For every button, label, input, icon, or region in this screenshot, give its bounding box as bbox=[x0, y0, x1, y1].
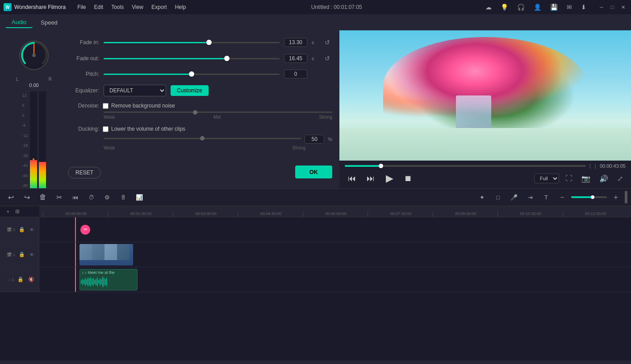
ruler-2: 00:03:00:00 bbox=[173, 211, 238, 217]
headset-icon[interactable]: 🎧 bbox=[515, 3, 527, 12]
audio-clip[interactable]: ♪ ♪ Meet me at the bbox=[79, 269, 138, 290]
play-controls: ⏮ ⏭ ▶ ⏹ bbox=[345, 171, 415, 186]
fit-button[interactable]: ⤢ bbox=[614, 174, 626, 184]
table-row: 🎬 2 🔒 👁 ✂ bbox=[0, 217, 631, 242]
fade-in-reset[interactable]: ↺ bbox=[322, 37, 332, 47]
titlebar-menu: File Edit Tools View Export Help bbox=[74, 3, 189, 11]
add-track-button[interactable]: + bbox=[4, 207, 13, 216]
mic-button[interactable]: 🎤 bbox=[507, 190, 521, 204]
save-icon[interactable]: 💾 bbox=[548, 3, 560, 12]
window-controls: ─ □ ✕ bbox=[597, 3, 627, 12]
pitch-slider[interactable] bbox=[104, 70, 280, 79]
denoise-checkbox-label[interactable]: Remove background noise bbox=[103, 103, 175, 109]
mixer-button[interactable]: 🎚 bbox=[116, 190, 130, 204]
fade-in-input[interactable] bbox=[284, 38, 307, 47]
mail-icon[interactable]: ✉ bbox=[565, 3, 574, 12]
denoise-checkbox[interactable] bbox=[103, 103, 109, 109]
cut-button[interactable]: ✂ bbox=[52, 190, 66, 204]
main-content: L R 0.00 12 6 0 -6 -12 -18 -30 -42 -60 -… bbox=[0, 30, 631, 188]
progress-thumb[interactable] bbox=[379, 164, 383, 168]
track-lock-a1[interactable]: 🔒 bbox=[17, 276, 25, 283]
step-back-button[interactable]: ⏭ bbox=[364, 171, 378, 186]
ducking-value-input[interactable] bbox=[305, 135, 324, 144]
track-button[interactable]: ⇥ bbox=[523, 190, 537, 204]
progress-track[interactable] bbox=[345, 165, 586, 167]
window-title: Untitled : 00:01:07:05 bbox=[311, 4, 362, 10]
timeline-scrollbar[interactable] bbox=[0, 360, 631, 364]
timeline-tracks: 🎬 2 🔒 👁 ✂ 🎬 1 🔒 👁 bbox=[0, 217, 631, 360]
timeline-ruler-row: + ⊞ 00:00:00:00 00:01:30:00 00:03:00:00 … bbox=[0, 206, 631, 217]
controls-row: ⏮ ⏭ ▶ ⏹ Full ⛶ 📷 🔊 ⤢ bbox=[345, 171, 626, 186]
fade-out-input[interactable] bbox=[284, 54, 307, 63]
bulb-icon[interactable]: 💡 bbox=[499, 3, 510, 12]
track-content-v2[interactable]: ✂ bbox=[39, 217, 631, 242]
menu-view[interactable]: View bbox=[128, 3, 147, 11]
volume-button[interactable]: 🔊 bbox=[597, 174, 611, 184]
fullscreen-button[interactable]: ⛶ bbox=[563, 174, 575, 183]
cloud-icon[interactable]: ☁ bbox=[484, 3, 493, 12]
fade-in-slider[interactable] bbox=[104, 38, 280, 47]
user-icon[interactable]: 👤 bbox=[532, 3, 543, 12]
noise-slider-track[interactable] bbox=[104, 112, 332, 113]
fade-out-slider[interactable] bbox=[104, 54, 280, 63]
skip-back-button[interactable]: ⏮ bbox=[345, 171, 359, 186]
maximize-button[interactable]: □ bbox=[608, 3, 617, 12]
redo-button[interactable]: ↪ bbox=[20, 190, 34, 204]
track-num-v2: 🎬 2 bbox=[7, 228, 15, 232]
track-mute-a1[interactable]: 🔇 bbox=[27, 276, 35, 283]
ducking-checkbox[interactable] bbox=[103, 126, 109, 132]
zoom-select[interactable]: Full bbox=[534, 174, 559, 183]
close-button[interactable]: ✕ bbox=[618, 3, 627, 12]
undo-button[interactable]: ↩ bbox=[4, 190, 18, 204]
view-controls: Full ⛶ 📷 🔊 ⤢ bbox=[534, 174, 626, 184]
svg-point-2 bbox=[32, 54, 36, 57]
denoise-checkbox-text: Remove background noise bbox=[111, 103, 175, 109]
stop-button[interactable]: ⏹ bbox=[401, 171, 415, 186]
panel-resize[interactable] bbox=[625, 191, 627, 203]
video-preview bbox=[339, 30, 631, 161]
track-visible-v1[interactable]: 👁 bbox=[29, 252, 35, 258]
track-content-v1[interactable] bbox=[39, 242, 631, 267]
play-button[interactable]: ▶ bbox=[382, 171, 397, 186]
timer-button[interactable]: ⏱ bbox=[84, 190, 98, 204]
zoom-out-button[interactable]: － bbox=[555, 190, 569, 204]
menu-tools[interactable]: Tools bbox=[108, 3, 127, 11]
ok-button[interactable]: OK bbox=[295, 165, 333, 178]
ducking-checkbox-label[interactable]: Lower the volume of other clips bbox=[103, 126, 185, 132]
tab-speed[interactable]: Speed bbox=[34, 17, 64, 28]
minimize-button[interactable]: ─ bbox=[597, 3, 606, 12]
mask-button[interactable]: □ bbox=[491, 190, 505, 204]
zoom-slider[interactable] bbox=[571, 196, 607, 198]
equalizer-label: Equalizer: bbox=[68, 87, 99, 94]
download-icon[interactable]: ⬇ bbox=[579, 3, 588, 12]
menu-file[interactable]: File bbox=[74, 3, 89, 11]
pitch-row: Pitch: bbox=[68, 70, 332, 79]
track-content-a1[interactable]: ♪ ♪ Meet me at the bbox=[39, 267, 631, 292]
track-visible-v2[interactable]: 👁 bbox=[29, 227, 35, 233]
equalizer-select[interactable]: DEFAULT bbox=[104, 85, 166, 96]
customize-button[interactable]: Customize bbox=[171, 85, 209, 96]
total-time-display: 00:00:43:05 bbox=[600, 163, 626, 169]
track-lock-v1[interactable]: 🔒 bbox=[18, 251, 26, 258]
menu-help[interactable]: Help bbox=[171, 3, 190, 11]
pitch-input[interactable] bbox=[284, 70, 307, 79]
snapshot-button[interactable]: 📷 bbox=[579, 174, 593, 184]
menu-export[interactable]: Export bbox=[148, 3, 171, 11]
fade-out-reset[interactable]: ↺ bbox=[322, 54, 332, 63]
ducking-slider[interactable] bbox=[104, 138, 301, 139]
clip-start-button[interactable]: ⏮ bbox=[68, 190, 82, 204]
effects-button[interactable]: ✦ bbox=[475, 190, 489, 204]
fade-in-row: Fade in: s ↺ bbox=[68, 37, 332, 47]
fade-out-row: Fade out: s ↺ bbox=[68, 54, 332, 63]
settings-button[interactable]: ⚙ bbox=[100, 190, 114, 204]
menu-edit[interactable]: Edit bbox=[91, 3, 107, 11]
video-clip[interactable] bbox=[79, 244, 133, 265]
track-lock-v2[interactable]: 🔒 bbox=[18, 226, 26, 233]
tab-audio[interactable]: Audio bbox=[5, 17, 33, 28]
zoom-in-button[interactable]: ＋ bbox=[609, 190, 623, 204]
caption-button[interactable]: T bbox=[539, 190, 553, 204]
chart-button[interactable]: 📊 bbox=[132, 190, 146, 204]
volume-dial[interactable] bbox=[16, 37, 52, 73]
delete-button[interactable]: 🗑 bbox=[36, 190, 50, 204]
reset-button[interactable]: RESET bbox=[68, 167, 101, 178]
